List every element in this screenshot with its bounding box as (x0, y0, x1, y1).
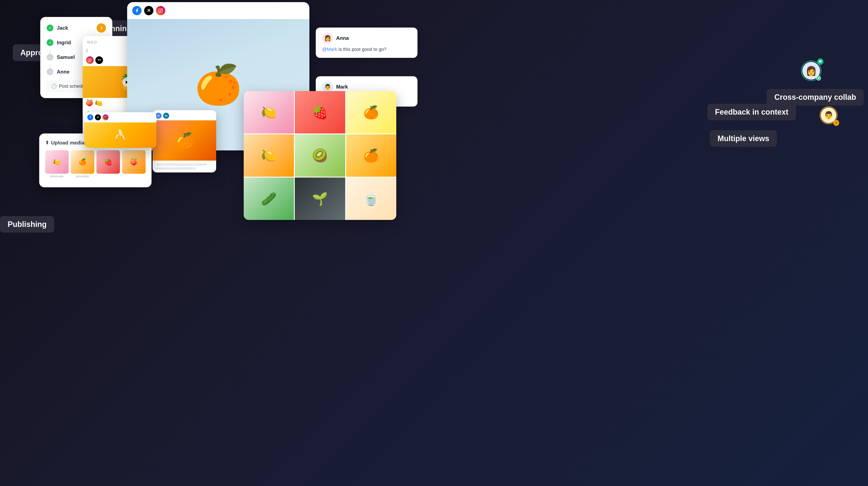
svg-point-5 (161, 9, 162, 10)
anna-comment-text: @Mark is this post good to go? (322, 46, 411, 53)
anna-user-row: 👩 Anna (322, 33, 411, 44)
planning-small-card: f ✕ 📷 🍌 (84, 112, 156, 148)
small-planning-image: 🍌 (84, 123, 156, 148)
media-grid-card: 🍋 🍓 🍊 🍋 🥝 🍊 🥒 🌱 🍵 (244, 91, 396, 220)
upload-thumb-img-3[interactable]: 🍓 (96, 150, 120, 174)
media-grid: 🍋 🍓 🍊 🍋 🥝 🍊 🥒 🌱 🍵 (244, 91, 396, 220)
anna-avatar: 👩 (322, 33, 333, 44)
mark-avatar: 👨 (322, 82, 333, 92)
li-line-2 (156, 167, 196, 169)
clock-icon: 🕐 (51, 84, 57, 89)
approval-dot-jack: ✓ (46, 25, 53, 31)
upload-icon: ⬆ (45, 140, 49, 145)
upload-thumb-img-4[interactable]: 🍑 (122, 150, 146, 174)
small-fb-icon: f (87, 115, 93, 120)
media-cell-5: 🥝 (295, 134, 345, 177)
media-cell-9: 🍵 (346, 177, 396, 220)
small-planning-social-row: f ✕ 📷 (84, 112, 156, 123)
media-cell-6: 🍊 (346, 134, 396, 177)
li-content (153, 161, 216, 172)
media-cell-3: 🍊 (346, 91, 396, 133)
svg-rect-0 (88, 59, 92, 62)
li-line-1 (156, 164, 207, 166)
approval-dot-anne: ○ (46, 68, 53, 75)
upload-grid: 🍋 lemonade 🍊 lemonade 🍓 🍑 (45, 150, 146, 178)
mark-user-row: 👨 Mark (322, 82, 411, 92)
instagram-social-icon (156, 6, 165, 15)
media-cell-1: 🍋 (244, 91, 294, 133)
twitter-x-social-icon: ✕ (144, 6, 153, 15)
mark-name: Mark (336, 84, 348, 90)
google-icon: G (156, 113, 161, 119)
upload-title-row: ⬆ Upload media (45, 140, 84, 146)
big-card-social-header: ✕ (127, 2, 309, 19)
approval-item-jack: ✓ Jack J (46, 23, 106, 33)
upload-thumb-img-1[interactable]: 🍋 (45, 150, 69, 174)
cursor-indicator: ↗ (833, 120, 839, 126)
upload-thumb-4: 🍑 (122, 150, 146, 178)
avatar-jack: J (97, 23, 106, 33)
small-tw-icon: ✕ (95, 115, 101, 120)
cross-company-avatar-container: 👩 (801, 61, 822, 81)
upload-thumb-3: 🍓 (96, 150, 120, 178)
feedback-in-context-label: Feedback in context (707, 104, 796, 120)
approval-dot-ingrid: ✓ (46, 39, 53, 46)
upload-thumb-img-2[interactable]: 🍊 (71, 150, 94, 174)
media-cell-8: 🌱 (295, 177, 345, 220)
instagram-icon (86, 56, 94, 64)
media-cell-4: 🍋 (244, 134, 294, 177)
svg-point-2 (91, 59, 91, 60)
svg-rect-3 (159, 9, 162, 12)
li-social-row: G in (153, 110, 216, 120)
multiple-views-label: Multiple views (710, 130, 777, 147)
thumb-caption-2: lemonade (71, 174, 94, 178)
tiktok-icon: TT (95, 56, 103, 64)
media-cell-2: 🍓 (295, 91, 345, 133)
upload-thumb-2: 🍊 lemonade (71, 150, 94, 178)
second-collab-avatar-container: 👨 ↗ (820, 106, 837, 124)
approval-dot-samuel: ○ (46, 54, 53, 61)
svg-point-1 (89, 60, 91, 61)
linkedin-icon: in (163, 113, 169, 119)
thumb-caption-1: lemonade (45, 174, 69, 178)
svg-point-4 (160, 10, 161, 11)
facebook-social-icon (132, 6, 142, 15)
linkedin-card: G in 🍊 (153, 110, 216, 172)
publishing-label: Publishing (0, 216, 54, 233)
chat-indicator (817, 59, 824, 65)
upload-thumb-1: 🍋 lemonade (45, 150, 69, 178)
li-food-image: 🍊 (153, 120, 216, 161)
online-indicator (816, 76, 821, 80)
cross-company-collab-label: Cross-company collab (767, 89, 864, 105)
anna-name: Anna (336, 35, 349, 41)
media-cell-7: 🥒 (244, 177, 294, 220)
scene: Approvals Publishing Planning Feedback i… (0, 0, 868, 486)
comment-anna: 👩 Anna @Mark is this post good to go? (316, 28, 417, 58)
small-ig-icon: 📷 (102, 115, 108, 120)
upload-title: Upload media (51, 140, 84, 146)
svg-point-6 (818, 77, 819, 79)
